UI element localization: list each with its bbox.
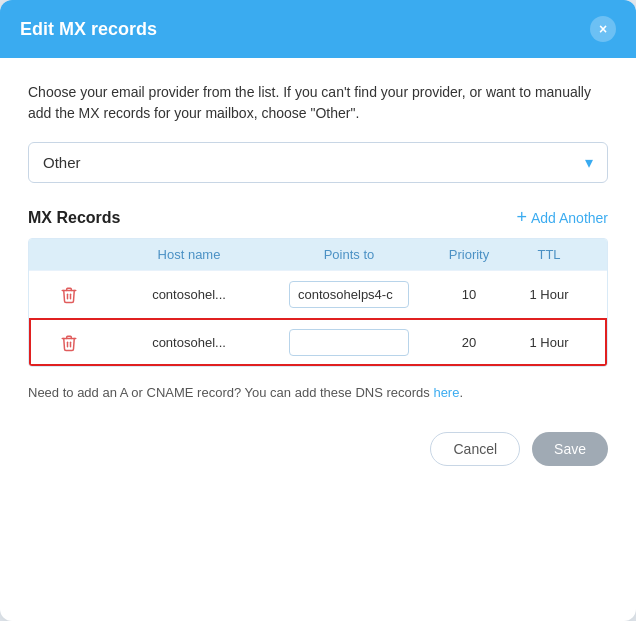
delete-row-1-button[interactable] xyxy=(29,286,109,304)
row2-ttl: 1 Hour xyxy=(509,335,589,350)
plus-icon: + xyxy=(516,207,527,228)
provider-dropdown[interactable]: Other ▾ xyxy=(28,142,608,183)
dropdown-value: Other xyxy=(43,154,81,171)
row2-priority: 20 xyxy=(429,335,509,350)
section-header: MX Records + Add Another xyxy=(28,207,608,228)
col-header-pointsto: Points to xyxy=(269,247,429,262)
edit-mx-dialog: Edit MX records × Choose your email prov… xyxy=(0,0,636,621)
dns-records-link[interactable]: here xyxy=(433,385,459,400)
section-title: MX Records xyxy=(28,209,120,227)
footer-note: Need to add an A or CNAME record? You ca… xyxy=(28,385,608,400)
mx-records-table: Host name Points to Priority TTL contoso… xyxy=(28,238,608,367)
close-button[interactable]: × xyxy=(590,16,616,42)
cancel-button[interactable]: Cancel xyxy=(430,432,520,466)
row1-pointsto-input[interactable] xyxy=(289,281,409,308)
row1-hostname: contosohel... xyxy=(109,287,269,302)
col-header-delete xyxy=(29,247,109,262)
chevron-down-icon: ▾ xyxy=(585,153,593,172)
dialog-title: Edit MX records xyxy=(20,19,157,40)
delete-row-2-button[interactable] xyxy=(29,334,109,352)
row2-hostname: contosohel... xyxy=(109,335,269,350)
table-row: contosohel... 20 1 Hour xyxy=(29,318,607,366)
dialog-header: Edit MX records × xyxy=(0,0,636,58)
row1-pointsto-cell[interactable] xyxy=(269,281,429,308)
row1-priority: 10 xyxy=(429,287,509,302)
save-button[interactable]: Save xyxy=(532,432,608,466)
col-header-ttl: TTL xyxy=(509,247,589,262)
description-text: Choose your email provider from the list… xyxy=(28,82,608,124)
dialog-footer: Cancel Save xyxy=(28,424,608,466)
row2-pointsto-cell[interactable] xyxy=(269,329,429,356)
col-header-hostname: Host name xyxy=(109,247,269,262)
col-header-priority: Priority xyxy=(429,247,509,262)
add-another-label: Add Another xyxy=(531,210,608,226)
row1-ttl: 1 Hour xyxy=(509,287,589,302)
row2-pointsto-input[interactable] xyxy=(289,329,409,356)
table-header-row: Host name Points to Priority TTL xyxy=(29,239,607,270)
dialog-body: Choose your email provider from the list… xyxy=(0,58,636,621)
add-another-button[interactable]: + Add Another xyxy=(516,207,608,228)
table-row: contosohel... 10 1 Hour xyxy=(29,270,607,318)
